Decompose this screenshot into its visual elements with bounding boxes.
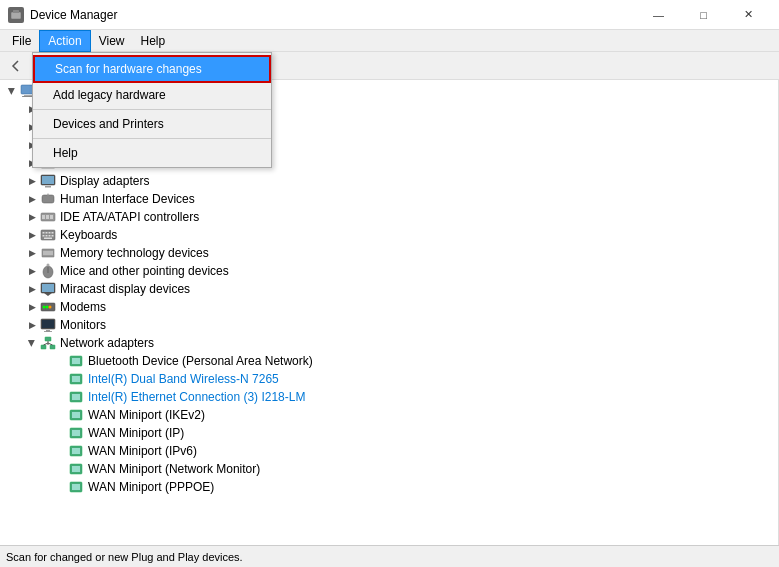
svg-rect-70	[72, 412, 80, 418]
svg-rect-34	[46, 232, 48, 234]
svg-point-21	[49, 161, 54, 166]
svg-rect-56	[44, 331, 52, 332]
app-icon	[8, 7, 24, 23]
back-button[interactable]	[4, 54, 28, 78]
svg-rect-22	[42, 162, 47, 164]
hid-label: Human Interface Devices	[60, 192, 195, 206]
tree-ide[interactable]: ▶ IDE ATA/ATAPI controllers	[0, 208, 778, 226]
tree-hid[interactable]: ▶ Human Interface Devices	[0, 190, 778, 208]
svg-rect-35	[49, 232, 51, 234]
wan-ip-label: WAN Miniport (IP)	[88, 426, 184, 440]
svg-line-62	[48, 343, 53, 345]
tree-wan-pppoe[interactable]: ▶ WAN Miniport (PPPOE)	[0, 478, 778, 496]
tree-keyboards[interactable]: ▶ Keyboards	[0, 226, 778, 244]
svg-rect-76	[72, 466, 80, 472]
svg-rect-57	[45, 337, 51, 341]
svg-rect-66	[72, 376, 80, 382]
window-controls: — □ ✕	[636, 0, 771, 30]
expand-miracast: ▶	[24, 281, 40, 297]
svg-rect-54	[42, 320, 54, 328]
ide-icon	[40, 209, 56, 225]
wan-ikev2-label: WAN Miniport (IKEv2)	[88, 408, 205, 422]
close-button[interactable]: ✕	[726, 0, 771, 30]
menu-action[interactable]: Action	[39, 30, 90, 52]
tree-bt-pan[interactable]: ▶ Bluetooth Device (Personal Area Networ…	[0, 352, 778, 370]
modems-icon	[40, 299, 56, 315]
title-bar: Device Manager — □ ✕	[0, 0, 779, 30]
minimize-button[interactable]: —	[636, 0, 681, 30]
tree-wan-ipv6[interactable]: ▶ WAN Miniport (IPv6)	[0, 442, 778, 460]
tree-wan-ip[interactable]: ▶ WAN Miniport (IP)	[0, 424, 778, 442]
refresh-button[interactable]	[89, 54, 113, 78]
wan-ip-icon	[68, 425, 84, 441]
computer-device-icon	[40, 137, 56, 153]
ide-label: IDE ATA/ATAPI controllers	[60, 210, 199, 224]
network-label: Network adapters	[60, 336, 154, 350]
main-area: ▶ DESKTOP-XXXX ▶ Bluetooth ▶ Cameras ▶	[0, 80, 779, 545]
status-bar: Scan for changed or new Plug and Play de…	[0, 545, 779, 567]
tree-memtech[interactable]: ▶ Memory technology devices	[0, 244, 778, 262]
svg-rect-26	[42, 195, 54, 203]
tree-monitors[interactable]: ▶ Monitors	[0, 316, 778, 334]
tree-intel-eth[interactable]: ▶ Intel(R) Ethernet Connection (3) I218-…	[0, 388, 778, 406]
cameras-label: Cameras	[60, 120, 109, 134]
tree-bluetooth[interactable]: ▶ Bluetooth	[0, 100, 778, 118]
svg-rect-38	[46, 235, 48, 237]
toolbar	[0, 52, 779, 80]
svg-rect-29	[42, 215, 45, 219]
properties-button[interactable]	[30, 54, 54, 78]
tree-display[interactable]: ▶ Display adapters	[0, 172, 778, 190]
wan-pppoe-icon	[68, 479, 84, 495]
menu-view[interactable]: View	[91, 30, 133, 52]
tree-wan-netmon[interactable]: ▶ WAN Miniport (Network Monitor)	[0, 460, 778, 478]
menu-file[interactable]: File	[4, 30, 39, 52]
bluetooth-icon	[40, 101, 56, 117]
svg-rect-74	[72, 448, 80, 454]
hid-icon	[40, 191, 56, 207]
tree-wan-ikev2[interactable]: ▶ WAN Miniport (IKEv2)	[0, 406, 778, 424]
svg-rect-33	[43, 232, 45, 234]
tree-mice[interactable]: ▶ Mice and other pointing devices	[0, 262, 778, 280]
expand-cameras: ▶	[24, 119, 40, 135]
svg-rect-43	[43, 251, 53, 255]
tree-computer[interactable]: ▶ Computer	[0, 136, 778, 154]
expand-memtech: ▶	[24, 245, 40, 261]
mice-label: Mice and other pointing devices	[60, 264, 229, 278]
expand-display: ▶	[24, 173, 40, 189]
svg-rect-5	[21, 85, 35, 94]
menu-bar: File Action View Help	[0, 30, 779, 52]
tree-intel-wifi[interactable]: ▶ Intel(R) Dual Band Wireless-N 7265	[0, 370, 778, 388]
svg-rect-19	[43, 151, 53, 152]
svg-rect-25	[45, 186, 51, 188]
network-icon	[40, 335, 56, 351]
expand-network: ▶	[24, 335, 40, 351]
diskdrives-icon	[40, 155, 56, 171]
wan-netmon-label: WAN Miniport (Network Monitor)	[88, 462, 260, 476]
intel-wifi-icon	[68, 371, 84, 387]
device-tree[interactable]: ▶ DESKTOP-XXXX ▶ Bluetooth ▶ Cameras ▶	[0, 80, 779, 545]
tree-diskdrives[interactable]: ▶ Disk drives	[0, 154, 778, 172]
monitors-icon	[40, 317, 56, 333]
expand-ide: ▶	[24, 209, 40, 225]
svg-line-61	[44, 343, 49, 345]
svg-rect-40	[52, 235, 54, 237]
memtech-label: Memory technology devices	[60, 246, 209, 260]
tree-root[interactable]: ▶ DESKTOP-XXXX	[0, 82, 778, 100]
maximize-button[interactable]: □	[681, 0, 726, 30]
menu-help[interactable]: Help	[133, 30, 174, 52]
svg-rect-37	[43, 235, 45, 237]
svg-rect-36	[52, 232, 54, 234]
wan-ipv6-icon	[68, 443, 84, 459]
miracast-label: Miracast display devices	[60, 282, 190, 296]
tree-modems[interactable]: ▶ Modems	[0, 298, 778, 316]
bt-pan-label: Bluetooth Device (Personal Area Network)	[88, 354, 313, 368]
computer-label: Computer	[60, 138, 113, 152]
tree-miracast[interactable]: ▶ Miracast display devices	[0, 280, 778, 298]
wan-ipv6-label: WAN Miniport (IPv6)	[88, 444, 197, 458]
tree-cameras[interactable]: ▶ Cameras	[0, 118, 778, 136]
scan-button[interactable]	[63, 54, 87, 78]
tree-network[interactable]: ▶ Network adapters	[0, 334, 778, 352]
bluetooth-label: Bluetooth	[60, 102, 111, 116]
svg-rect-78	[72, 484, 80, 490]
svg-rect-24	[42, 176, 54, 184]
